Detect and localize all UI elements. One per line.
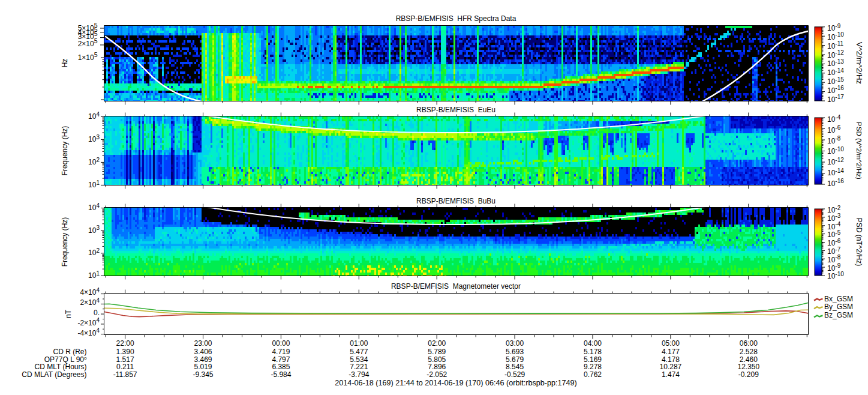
svg-text:02:00: 02:00 (428, 339, 446, 348)
svg-text:22:00: 22:00 (116, 339, 134, 348)
svg-text:10.287: 10.287 (660, 363, 682, 371)
svg-text:5.679: 5.679 (506, 355, 524, 364)
svg-text:V^2/m^2/Hz: V^2/m^2/Hz (855, 42, 864, 84)
svg-text:CD MLAT (Degrees): CD MLAT (Degrees) (22, 370, 86, 379)
svg-text:05:00: 05:00 (662, 339, 680, 348)
svg-text:4.797: 4.797 (272, 355, 290, 364)
svg-text:2.460: 2.460 (740, 355, 758, 364)
svg-text:RBSP-B/EMFISIS BuBu: RBSP-B/EMFISIS BuBu (416, 197, 495, 205)
svg-text:1.517: 1.517 (116, 355, 134, 364)
svg-text:1.474: 1.474 (662, 370, 680, 379)
svg-text:3.406: 3.406 (194, 348, 212, 356)
svg-text:By_GSM: By_GSM (824, 303, 853, 311)
svg-text:RBSP-B/EMFISIS EuEu: RBSP-B/EMFISIS EuEu (416, 106, 495, 114)
svg-text:5.019: 5.019 (194, 363, 212, 371)
svg-text:1.390: 1.390 (116, 348, 134, 356)
svg-text:04:00: 04:00 (584, 339, 602, 348)
svg-text:OP77Q L 90o: OP77Q L 90o (44, 355, 87, 364)
svg-text:nT: nT (64, 309, 73, 318)
svg-text:01:00: 01:00 (350, 339, 368, 348)
svg-text:-11.857: -11.857 (113, 370, 137, 379)
svg-text:-2.052: -2.052 (427, 370, 447, 379)
svg-text:3.469: 3.469 (194, 355, 212, 364)
svg-text:0.762: 0.762 (584, 370, 602, 379)
svg-text:06:00: 06:00 (740, 339, 758, 348)
svg-text:RBSP-B/EMFISIS Magnetometer v: RBSP-B/EMFISIS Magnetometer vector (391, 282, 521, 291)
svg-text:5.789: 5.789 (428, 348, 446, 356)
svg-text:5.178: 5.178 (584, 348, 602, 356)
svg-text:5.534: 5.534 (350, 355, 368, 364)
svg-text:2.528: 2.528 (740, 348, 758, 356)
svg-text:Frequency (Hz): Frequency (Hz) (61, 217, 69, 267)
svg-text:7.896: 7.896 (428, 363, 446, 371)
svg-text:0.211: 0.211 (116, 363, 134, 371)
svg-text:5.169: 5.169 (584, 355, 602, 364)
svg-text:CD MLT (Hours): CD MLT (Hours) (35, 363, 87, 371)
svg-text:-3.794: -3.794 (349, 370, 369, 379)
svg-text:PSD (nT^2/Hz): PSD (nT^2/Hz) (855, 218, 863, 266)
svg-text:CD R (Re): CD R (Re) (53, 348, 87, 356)
svg-text:4.178: 4.178 (662, 355, 680, 364)
svg-text:Bz_GSM: Bz_GSM (824, 311, 853, 319)
svg-text:2014-06-18 (169) 21:44 to 2014: 2014-06-18 (169) 21:44 to 2014-06-19 (17… (335, 379, 576, 387)
svg-text:Hz: Hz (61, 59, 69, 68)
svg-text:00:00: 00:00 (272, 339, 290, 348)
svg-text:23:00: 23:00 (194, 339, 212, 348)
svg-text:03:00: 03:00 (506, 339, 524, 348)
svg-text:-0.529: -0.529 (504, 370, 525, 379)
svg-text:-9.345: -9.345 (193, 370, 214, 379)
svg-text:12.350: 12.350 (737, 363, 759, 371)
svg-text:0.: 0. (94, 309, 100, 317)
svg-text:Frequency (Hz): Frequency (Hz) (61, 126, 69, 176)
svg-text:5.477: 5.477 (350, 348, 368, 356)
svg-text:-0.209: -0.209 (738, 370, 759, 379)
svg-text:6.385: 6.385 (272, 363, 290, 371)
svg-text:7.221: 7.221 (350, 363, 368, 371)
svg-text:PSD (V^2/m^2/Hz): PSD (V^2/m^2/Hz) (855, 122, 863, 179)
svg-text:4.177: 4.177 (662, 348, 680, 356)
svg-text:4.719: 4.719 (272, 348, 290, 356)
svg-text:8.545: 8.545 (506, 363, 524, 371)
svg-text:Bx_GSM: Bx_GSM (824, 295, 853, 303)
svg-text:5.693: 5.693 (506, 348, 524, 356)
svg-text:RBSP-B/EMFISIS HFR Spectra Da: RBSP-B/EMFISIS HFR Spectra Data (396, 14, 516, 23)
svg-text:5.805: 5.805 (428, 355, 446, 364)
svg-text:-5.984: -5.984 (271, 370, 291, 379)
svg-text:9.278: 9.278 (584, 363, 602, 371)
